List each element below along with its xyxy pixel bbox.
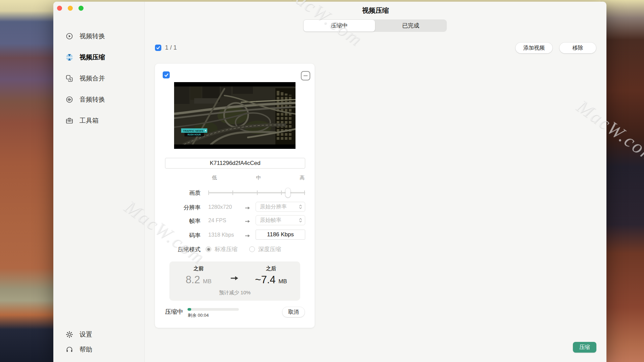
page-title: 视频压缩 — [145, 6, 606, 15]
sidebar-item-video-convert[interactable]: 视频转换 — [65, 31, 105, 41]
file-count: 1 / 1 — [165, 44, 177, 51]
toolbox-icon — [65, 117, 73, 125]
size-before: 之前 8.2 MB — [177, 265, 220, 286]
video-checkbox[interactable] — [163, 71, 170, 78]
resolution-source: 1280x720 — [208, 204, 232, 210]
gear-icon — [65, 330, 73, 339]
bitrate-label: 码率 — [164, 232, 201, 239]
sidebar-item-audio-convert[interactable]: 音频转换 — [65, 95, 105, 105]
status-tabs: 压缩中 已完成 — [303, 19, 447, 32]
sidebar-item-settings[interactable]: 设置 — [65, 329, 92, 340]
video-card: TRAFFIC NEWS RUSH HOUR 低 中 高 画质 分辨率 1 — [155, 64, 315, 328]
tab-completed[interactable]: 已完成 — [375, 20, 446, 32]
framerate-source: 24 FPS — [208, 218, 226, 224]
arrow-icon — [245, 233, 250, 239]
sidebar-item-label: 帮助 — [79, 345, 92, 354]
progress-remaining: 剩余 00:04 — [188, 312, 209, 318]
zoom-window-button[interactable] — [78, 6, 84, 11]
progress-bar-fill — [187, 308, 191, 311]
chevron-up-down-icon — [299, 204, 302, 209]
radio-deep-icon — [249, 246, 255, 252]
after-value: ~7.4 — [255, 274, 275, 286]
sidebar-item-video-compress[interactable]: 视频压缩 — [65, 52, 105, 62]
size-estimate-panel: 之前 8.2 MB 之后 ~7.4 MB 预计减少 10% — [169, 261, 300, 301]
select-all-checkbox[interactable] — [155, 45, 161, 51]
resolution-label: 分辨率 — [164, 204, 201, 212]
video-thumbnail: TRAFFIC NEWS RUSH HOUR — [174, 82, 296, 149]
thumbnail-badge-title: TRAFFIC NEWS — [183, 129, 204, 132]
sidebar-item-toolbox[interactable]: 工具箱 — [65, 116, 99, 126]
estimate-note: 预计减少 10% — [169, 290, 300, 296]
quality-slider-handle[interactable] — [285, 188, 290, 197]
framerate-label: 帧率 — [164, 217, 201, 225]
sidebar: 视频转换 视频压缩 视频合并 — [53, 2, 145, 362]
sidebar-item-label: 视频合并 — [79, 74, 105, 83]
progress-status: 压缩中 — [165, 308, 183, 316]
chevron-up-down-icon — [299, 218, 302, 223]
video-convert-icon — [65, 32, 73, 40]
tab-compressing[interactable]: 压缩中 — [304, 20, 375, 32]
remove-button[interactable]: 移除 — [559, 43, 596, 53]
bitrate-input[interactable] — [256, 230, 305, 240]
sidebar-item-label: 视频压缩 — [79, 53, 105, 62]
desktop-wallpaper-right — [600, 0, 644, 362]
arrow-icon — [245, 205, 250, 211]
bitrate-source: 1318 Kbps — [208, 232, 234, 238]
quality-scale-high: 高 — [296, 175, 309, 181]
framerate-select[interactable]: 原始帧率 — [256, 215, 305, 225]
minimize-window-button[interactable] — [68, 6, 73, 11]
sidebar-item-label: 视频转换 — [79, 32, 105, 41]
quality-label: 画质 — [164, 189, 201, 197]
after-label: 之后 — [248, 265, 294, 272]
cancel-button[interactable]: 取消 — [282, 307, 305, 317]
after-unit: MB — [278, 278, 287, 285]
before-value: 8.2 — [185, 274, 200, 286]
traffic-lights — [57, 6, 84, 11]
audio-convert-icon — [65, 96, 73, 104]
framerate-select-value: 原始帧率 — [260, 217, 299, 224]
sidebar-item-help[interactable]: 帮助 — [65, 345, 92, 355]
video-compress-icon — [65, 53, 73, 61]
app-window: 视频转换 视频压缩 视频合并 — [53, 2, 606, 362]
close-window-button[interactable] — [57, 6, 62, 11]
resolution-select-value: 原始分辨率 — [260, 203, 299, 210]
compress-button[interactable]: 压缩 — [573, 342, 596, 353]
sidebar-item-video-merge[interactable]: 视频合并 — [65, 73, 105, 83]
arrow-icon — [245, 219, 250, 225]
mode-deep-label: 深度压缩 — [258, 245, 281, 253]
sidebar-item-label: 设置 — [79, 330, 92, 339]
quality-slider[interactable] — [208, 189, 305, 196]
before-label: 之前 — [177, 265, 220, 272]
sidebar-item-label: 工具箱 — [79, 116, 99, 125]
before-unit: MB — [203, 278, 212, 285]
mode-label: 压缩模式 — [164, 246, 201, 253]
mode-option-deep[interactable]: 深度压缩 — [249, 245, 281, 253]
mode-standard-label: 标准压缩 — [215, 245, 237, 253]
size-after: 之后 ~7.4 MB — [248, 265, 294, 286]
headset-icon — [65, 346, 73, 354]
quality-scale-low: 低 — [208, 175, 221, 181]
resolution-select[interactable]: 原始分辨率 — [256, 202, 305, 212]
filename-input[interactable] — [165, 158, 305, 169]
quality-scale-mid: 中 — [252, 175, 265, 181]
arrow-icon — [230, 276, 239, 282]
thumbnail-badge-subtitle: RUSH HOUR — [187, 133, 201, 136]
mode-option-standard[interactable]: 标准压缩 — [206, 245, 237, 253]
progress-bar — [187, 308, 239, 311]
add-video-button[interactable]: 添加视频 — [516, 43, 552, 53]
sidebar-item-label: 音频转换 — [79, 95, 105, 104]
video-merge-icon — [65, 74, 73, 82]
collapse-card-button[interactable] — [301, 71, 310, 80]
radio-standard-icon — [206, 246, 211, 252]
